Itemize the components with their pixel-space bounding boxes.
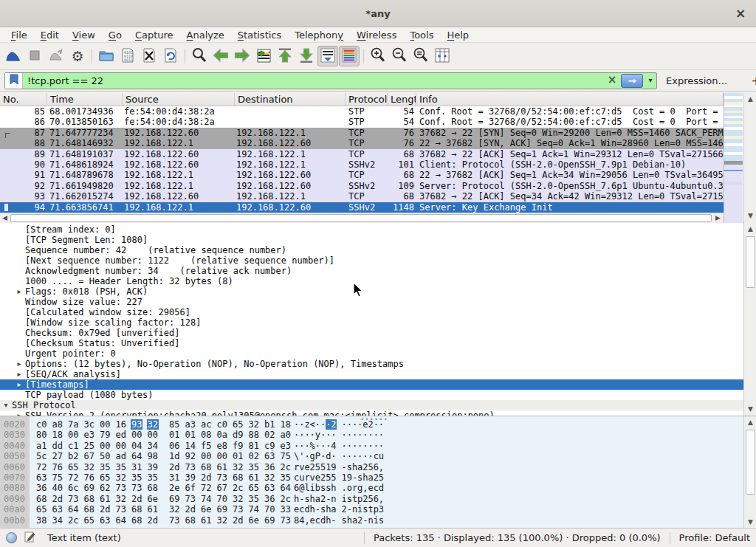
hex-byte[interactable]: 73: [216, 472, 228, 483]
ascii-char[interactable]: s: [347, 462, 352, 472]
auto-scroll-button[interactable]: [317, 46, 338, 66]
hex-byte[interactable]: e3: [83, 430, 95, 440]
hex-byte[interactable]: 25: [83, 441, 95, 451]
ascii-char[interactable]: ·: [347, 430, 352, 440]
open-file-button[interactable]: [96, 46, 117, 66]
ascii-char[interactable]: r: [304, 472, 309, 483]
hex-byte[interactable]: 75: [52, 472, 63, 483]
ascii-char[interactable]: 2: [320, 494, 326, 504]
ascii-char[interactable]: 5: [315, 462, 320, 472]
hex-byte[interactable]: 39: [147, 462, 159, 472]
ascii-char[interactable]: u: [379, 451, 384, 461]
detail-line[interactable]: ▸Flags: 0x018 (PSH, ACK): [0, 286, 743, 297]
menu-view[interactable]: View: [66, 29, 102, 41]
hex-byte[interactable]: 02: [248, 451, 260, 461]
hex-byte[interactable]: 63: [264, 483, 275, 493]
ascii-char[interactable]: ·: [331, 451, 336, 461]
hex-byte[interactable]: 80: [35, 430, 47, 440]
hex-byte[interactable]: 61: [248, 472, 260, 483]
hex-byte[interactable]: 36: [264, 494, 275, 504]
hex-row-0070[interactable]: 0070637572766532353531392d7368613235curv…: [0, 472, 743, 483]
detail-line[interactable]: ▸[SEQ/ACK analysis]: [0, 369, 743, 379]
hex-byte[interactable]: 32: [168, 504, 180, 515]
hex-byte[interactable]: 2d: [99, 504, 111, 515]
hex-byte[interactable]: 2c: [232, 483, 244, 493]
hex-byte[interactable]: 63: [264, 451, 275, 461]
hex-byte[interactable]: 00: [131, 430, 142, 440]
packet-list-vscrollbar[interactable]: ▲ ▼: [743, 93, 756, 223]
ascii-char[interactable]: ·: [320, 419, 326, 430]
hex-byte[interactable]: 64: [115, 515, 127, 526]
hex-byte[interactable]: f9: [232, 441, 244, 451]
hex-byte[interactable]: 72: [67, 472, 79, 483]
hex-byte[interactable]: 65: [232, 419, 244, 430]
ascii-char[interactable]: 2: [362, 494, 368, 504]
hex-byte[interactable]: 00: [99, 441, 111, 451]
ascii-char[interactable]: y: [315, 430, 320, 440]
hex-byte[interactable]: 68: [83, 504, 95, 515]
ascii-char[interactable]: i: [342, 494, 347, 504]
column-header-info[interactable]: Info: [416, 93, 724, 106]
ascii-char[interactable]: ·: [347, 441, 352, 451]
hex-byte[interactable]: 2d: [185, 504, 196, 515]
ascii-char[interactable]: d: [326, 451, 331, 461]
ascii-char[interactable]: e: [294, 504, 299, 515]
colorize-packets-button[interactable]: [339, 46, 360, 66]
ascii-char[interactable]: d: [304, 504, 309, 515]
hex-row-0040[interactable]: 0040a1ddc125000004340614f5e8f981c9e3···%…: [0, 441, 743, 451]
hex-byte[interactable]: 68: [35, 494, 47, 504]
detail-line[interactable]: [Stream index: 0]: [0, 224, 743, 235]
ascii-char[interactable]: ·: [352, 430, 357, 440]
detail-line[interactable]: Urgent pointer: 0: [0, 348, 743, 359]
ascii-char[interactable]: 1: [326, 462, 331, 472]
ascii-char[interactable]: 2: [357, 515, 362, 526]
hex-byte[interactable]: 2e: [168, 483, 180, 493]
ascii-char[interactable]: e: [304, 462, 309, 472]
ascii-char[interactable]: h: [310, 494, 315, 504]
hex-byte[interactable]: 65: [99, 472, 111, 483]
ascii-char[interactable]: -: [347, 504, 352, 515]
ascii-char[interactable]: ·: [310, 430, 315, 440]
hex-row-00a0[interactable]: 00a0656364682d736861322d6e6973747033ecdh…: [0, 504, 743, 515]
go-to-packet-button[interactable]: [253, 46, 274, 66]
hex-byte[interactable]: 2d: [232, 515, 244, 526]
expander-closed-icon[interactable]: ▸: [13, 359, 25, 369]
filter-dropdown-caret[interactable]: ▾: [645, 74, 656, 88]
hex-row-0050[interactable]: 00505c27b26750ad64981d92000001026375\'·g…: [0, 451, 743, 461]
hex-byte[interactable]: 35: [99, 462, 111, 472]
hex-byte[interactable]: 2d: [52, 494, 63, 504]
menu-tools[interactable]: Tools: [403, 29, 440, 41]
find-packet-button[interactable]: [189, 46, 210, 66]
ascii-char[interactable]: ·: [326, 441, 331, 451]
hex-byte[interactable]: f5: [200, 441, 212, 451]
vscroll-thumb[interactable]: [746, 430, 755, 495]
hex-byte[interactable]: 69: [216, 504, 228, 515]
menu-wireless[interactable]: Wireless: [350, 29, 403, 41]
detail-line[interactable]: [Next sequence number: 1122 (relative se…: [0, 255, 743, 266]
hex-byte[interactable]: 7a: [67, 419, 79, 430]
scroll-up-arrow[interactable]: ▲: [746, 224, 755, 234]
hex-byte[interactable]: 18: [280, 419, 292, 430]
packet-row-90[interactable]: 9071.648618924192.168.122.60192.168.122.…: [0, 159, 724, 170]
hex-row-00b0[interactable]: 00b038342c656364682d736861322d6e697384,e…: [0, 515, 743, 526]
hex-byte[interactable]: 85: [168, 419, 180, 430]
hex-byte[interactable]: 34: [147, 441, 159, 451]
hex-byte[interactable]: 00: [147, 430, 159, 440]
hex-byte[interactable]: 32: [248, 419, 260, 430]
ascii-char[interactable]: ·: [357, 451, 362, 461]
detail-line[interactable]: [Checksum Status: Unverified]: [0, 338, 743, 348]
reload-file-button[interactable]: [160, 46, 181, 66]
clear-filter-button[interactable]: ×: [605, 73, 619, 88]
ascii-char[interactable]: p: [357, 494, 362, 504]
ascii-char[interactable]: c: [374, 451, 379, 461]
ascii-char[interactable]: 2: [320, 472, 326, 483]
detail-line[interactable]: [Window size scaling factor: 128]: [0, 317, 743, 328]
ascii-char[interactable]: ·: [374, 430, 379, 440]
ascii-char[interactable]: s: [326, 483, 331, 493]
hex-byte[interactable]: 76: [83, 472, 95, 483]
ascii-char[interactable]: ·: [347, 419, 352, 430]
ascii-char[interactable]: ·: [379, 441, 384, 451]
ascii-char[interactable]: n: [368, 515, 373, 526]
ascii-char[interactable]: i: [310, 483, 315, 493]
go-to-top-button[interactable]: [275, 46, 295, 66]
